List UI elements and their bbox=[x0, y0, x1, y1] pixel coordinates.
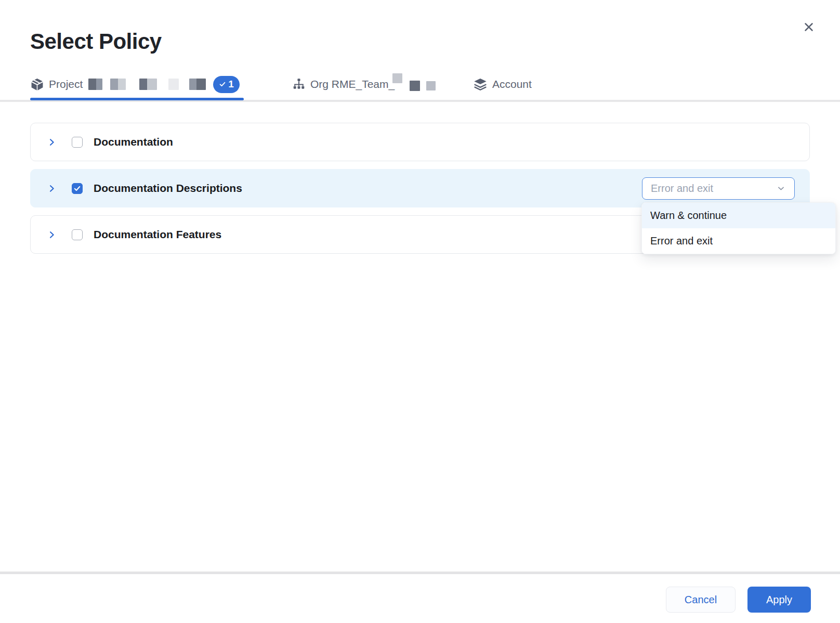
policy-row-label: Documentation Descriptions bbox=[94, 182, 242, 194]
tab-org-label: Org RME_Team_ bbox=[310, 78, 395, 90]
policy-row-label: Documentation bbox=[94, 136, 173, 148]
checkbox-documentation-descriptions[interactable] bbox=[72, 183, 83, 194]
policy-row-label: Documentation Features bbox=[94, 228, 221, 241]
tab-account[interactable]: Account bbox=[473, 72, 532, 97]
expand-button[interactable] bbox=[47, 184, 56, 193]
selected-count-badge: 1 bbox=[213, 76, 240, 93]
layers-icon bbox=[473, 77, 488, 92]
checkbox-documentation[interactable] bbox=[72, 137, 83, 148]
redacted-text bbox=[88, 79, 102, 90]
footer-divider bbox=[0, 572, 840, 574]
redacted-text bbox=[426, 81, 436, 90]
redacted-text bbox=[189, 79, 206, 90]
action-select[interactable]: Error and exit bbox=[642, 177, 795, 200]
menu-option-error-exit[interactable]: Error and exit bbox=[642, 228, 835, 254]
page-title: Select Policy bbox=[30, 29, 162, 54]
cube-icon bbox=[30, 77, 44, 92]
apply-button[interactable]: Apply bbox=[747, 587, 811, 613]
chevron-down-icon bbox=[777, 184, 785, 193]
chevron-right-icon bbox=[47, 138, 56, 147]
chevron-right-icon bbox=[47, 184, 56, 193]
close-icon bbox=[802, 20, 816, 34]
redacted-text bbox=[392, 73, 402, 83]
tab-account-label: Account bbox=[492, 78, 532, 90]
tab-org[interactable]: Org RME_Team_ bbox=[292, 72, 436, 97]
check-icon bbox=[73, 185, 81, 192]
checkbox-documentation-features[interactable] bbox=[72, 229, 83, 240]
org-chart-icon bbox=[292, 77, 306, 91]
redacted-text bbox=[410, 81, 420, 91]
policy-row-documentation-descriptions[interactable]: Documentation Descriptions Error and exi… bbox=[30, 169, 810, 207]
redacted-text bbox=[110, 79, 126, 90]
select-policy-modal: Select Policy Project 1 bbox=[0, 0, 840, 623]
action-select-menu: Warn & continue Error and exit bbox=[641, 202, 836, 254]
action-select-value: Error and exit bbox=[651, 183, 713, 194]
tab-project[interactable]: Project 1 bbox=[30, 72, 240, 97]
chevron-right-icon bbox=[47, 230, 56, 239]
active-tab-underline bbox=[30, 98, 244, 100]
cancel-button[interactable]: Cancel bbox=[666, 587, 736, 613]
badge-count: 1 bbox=[228, 79, 234, 90]
close-button[interactable] bbox=[802, 20, 816, 34]
check-icon bbox=[219, 81, 226, 88]
policy-row-documentation[interactable]: Documentation bbox=[30, 123, 810, 161]
redacted-text bbox=[139, 79, 157, 90]
menu-option-warn-continue[interactable]: Warn & continue bbox=[642, 203, 835, 228]
expand-button[interactable] bbox=[47, 138, 56, 147]
tab-project-label: Project bbox=[49, 78, 83, 90]
expand-button[interactable] bbox=[47, 230, 56, 239]
redacted-text bbox=[168, 79, 179, 90]
